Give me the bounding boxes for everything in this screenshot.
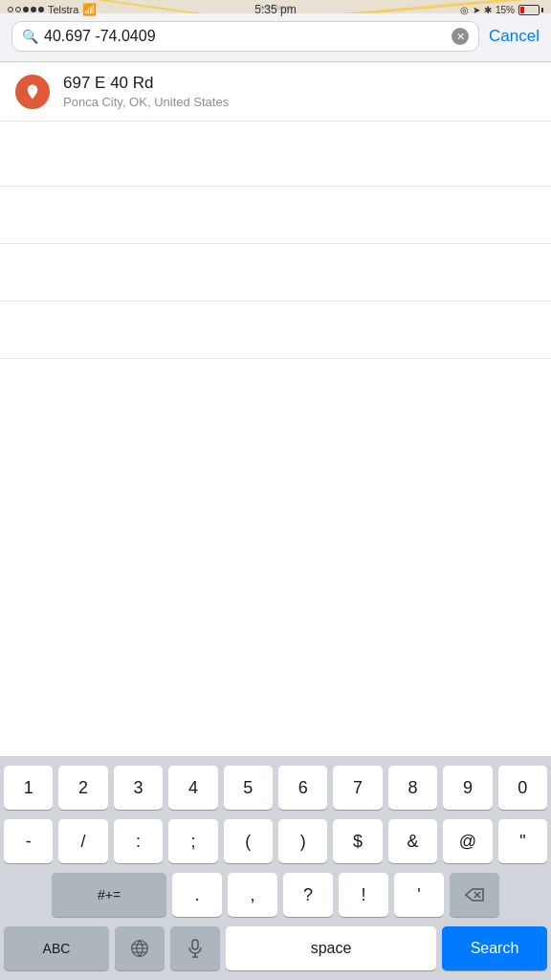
key-ampersand[interactable]: & — [388, 819, 437, 863]
key-exclaim[interactable]: ! — [339, 873, 388, 917]
wifi-icon: 📶 — [82, 3, 97, 16]
keyboard: 1 2 3 4 5 6 7 8 9 0 - / : ; ( ) $ & — [0, 756, 551, 980]
keyboard-row-bottom: ABC — [4, 926, 547, 970]
key-semicolon[interactable]: ; — [168, 819, 217, 863]
result-title: 697 E 40 Rd — [63, 74, 536, 93]
key-open-paren[interactable]: ( — [224, 819, 273, 863]
status-time: 5:35 pm — [254, 3, 296, 16]
key-0[interactable]: 0 — [498, 766, 547, 810]
key-at[interactable]: @ — [443, 819, 492, 863]
search-button[interactable]: Search — [442, 926, 547, 970]
key-slash[interactable]: / — [58, 819, 107, 863]
key-space[interactable]: space — [226, 926, 436, 970]
search-input-wrapper[interactable]: 🔍 ✕ — [11, 21, 479, 52]
key-dollar[interactable]: $ — [333, 819, 382, 863]
location-icon: ◎ — [460, 5, 469, 15]
keyboard-row-special: #+= . , ? ! ' — [4, 873, 547, 917]
result-pin-icon — [15, 75, 50, 109]
key-hash-plus-equals[interactable]: #+= — [52, 873, 166, 917]
key-3[interactable]: 3 — [114, 766, 163, 810]
key-globe[interactable] — [115, 926, 165, 970]
search-sheet: 🔍 ✕ Cancel 697 E 40 Rd Ponca City, OK, U… — [0, 0, 551, 980]
key-colon[interactable]: : — [114, 819, 163, 863]
clear-button[interactable]: ✕ — [452, 28, 469, 45]
bluetooth-icon: ✱ — [484, 5, 492, 15]
key-1[interactable]: 1 — [4, 766, 53, 810]
backspace-button[interactable] — [450, 873, 499, 917]
key-6[interactable]: 6 — [278, 766, 327, 810]
key-2[interactable]: 2 — [58, 766, 107, 810]
result-text: 697 E 40 Rd Ponca City, OK, United State… — [63, 74, 536, 109]
signal-strength — [8, 7, 44, 12]
search-bar-area: 🔍 ✕ Cancel — [0, 13, 551, 62]
status-bar: Telstra 📶 5:35 pm ◎ ➤ ✱ 15% — [0, 0, 551, 19]
key-microphone[interactable] — [170, 926, 220, 970]
results-list: 697 E 40 Rd Ponca City, OK, United State… — [0, 62, 551, 756]
keyboard-row-symbols: - / : ; ( ) $ & @ " — [4, 819, 547, 863]
keyboard-row-numbers: 1 2 3 4 5 6 7 8 9 0 — [4, 766, 547, 810]
navigation-icon: ➤ — [473, 5, 480, 15]
keyboard-rows: 1 2 3 4 5 6 7 8 9 0 - / : ; ( ) $ & — [0, 756, 551, 974]
result-item[interactable]: 697 E 40 Rd Ponca City, OK, United State… — [0, 62, 551, 122]
status-left: Telstra 📶 — [8, 3, 97, 16]
status-right: ◎ ➤ ✱ 15% — [460, 5, 543, 15]
key-period[interactable]: . — [172, 873, 222, 917]
empty-row-2 — [0, 187, 551, 244]
result-subtitle: Ponca City, OK, United States — [63, 95, 536, 109]
key-7[interactable]: 7 — [333, 766, 382, 810]
key-quote[interactable]: " — [498, 819, 547, 863]
empty-results-area — [0, 129, 551, 359]
svg-rect-4 — [192, 940, 198, 949]
cancel-button[interactable]: Cancel — [489, 27, 540, 46]
key-abc[interactable]: ABC — [4, 926, 109, 970]
empty-row-4 — [0, 301, 551, 359]
search-input[interactable] — [44, 28, 446, 45]
key-apostrophe[interactable]: ' — [394, 873, 444, 917]
carrier-name: Telstra — [48, 4, 78, 15]
key-4[interactable]: 4 — [168, 766, 217, 810]
key-5[interactable]: 5 — [224, 766, 273, 810]
key-question[interactable]: ? — [283, 873, 333, 917]
empty-row-3 — [0, 244, 551, 301]
search-icon: 🔍 — [22, 29, 38, 44]
keyboard-bottom-safe — [0, 974, 551, 980]
key-dash[interactable]: - — [4, 819, 53, 863]
key-comma[interactable]: , — [228, 873, 277, 917]
key-9[interactable]: 9 — [443, 766, 492, 810]
empty-row-1 — [0, 129, 551, 187]
key-8[interactable]: 8 — [388, 766, 437, 810]
battery-percent: 15% — [496, 5, 515, 15]
key-close-paren[interactable]: ) — [278, 819, 327, 863]
battery-indicator — [518, 5, 543, 15]
